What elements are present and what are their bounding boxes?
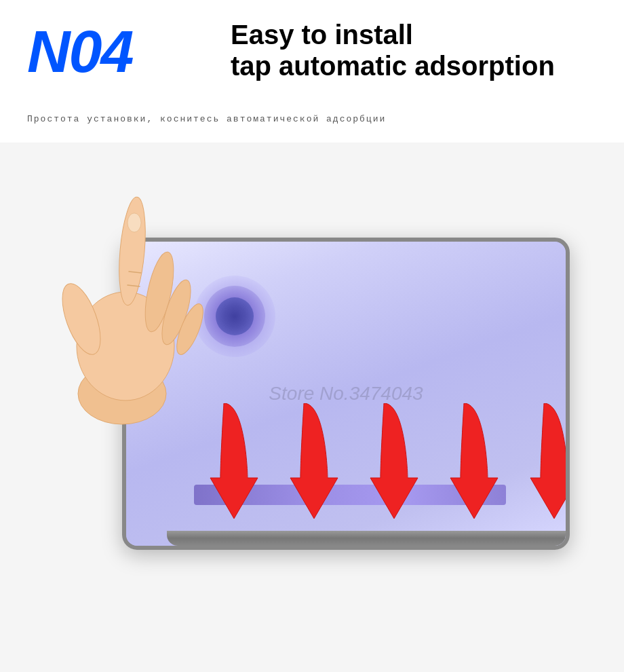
arrows-container bbox=[194, 390, 566, 539]
svg-point-3 bbox=[115, 196, 149, 307]
arrow-3 bbox=[360, 403, 428, 539]
svg-point-7 bbox=[128, 213, 141, 232]
number-label: N04 bbox=[27, 17, 132, 86]
sub-title: tap automatic adsorption bbox=[231, 50, 555, 81]
arrow-4 bbox=[440, 403, 508, 539]
arrow-2 bbox=[280, 403, 348, 539]
main-title: Easy to install bbox=[231, 19, 555, 50]
illustration-section: Store No.3474043 bbox=[0, 143, 624, 672]
russian-subtitle: Простота установки, коснитесь автоматиче… bbox=[27, 114, 597, 124]
header-section: N04 Easy to install tap automatic adsorp… bbox=[0, 0, 624, 143]
device-container: Store No.3474043 bbox=[81, 197, 570, 591]
hand-illustration bbox=[27, 183, 217, 428]
arrow-5 bbox=[520, 403, 566, 539]
title-block: Easy to install tap automatic adsorption bbox=[231, 19, 555, 81]
page-container: N04 Easy to install tap automatic adsorp… bbox=[0, 0, 624, 672]
adsorption-inner bbox=[216, 297, 254, 335]
